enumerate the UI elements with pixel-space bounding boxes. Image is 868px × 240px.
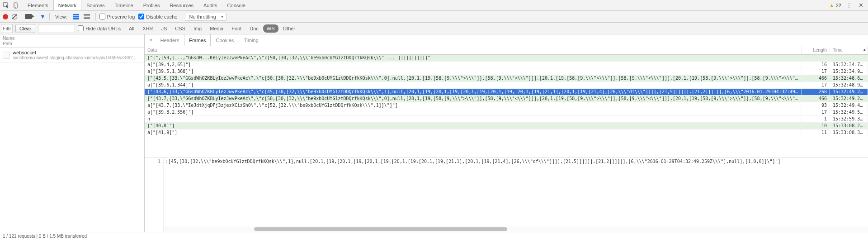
- capture-screenshots-icon[interactable]: [25, 14, 32, 19]
- frame-row[interactable]: ["[43,5,[33,\"GGsdWhOZKBLyIezJwvPkeAc\",…: [145, 75, 868, 82]
- device-icon[interactable]: [13, 2, 20, 9]
- frame-data: h: [145, 115, 802, 122]
- hide-data-urls-checkbox[interactable]: Hide data URLs: [78, 25, 121, 31]
- clear-filter-button[interactable]: Clear: [15, 24, 35, 33]
- frame-row[interactable]: ["[",[59,[...,"GGsdW...KBLyIezJwvPkeAc\"…: [145, 54, 868, 61]
- frame-length: [802, 54, 830, 61]
- frame-data: a["[43,7,[33,\"IeJdtXjqDFj3zjezXCizSh0\"…: [145, 102, 802, 109]
- frame-row[interactable]: a["[39,4,2,65]"]1615:32:34.739: [145, 61, 868, 68]
- filter-icon[interactable]: ▼: [40, 13, 46, 20]
- frame-time: 15:32:48.914: [830, 82, 868, 88]
- frame-length: 93: [802, 102, 830, 109]
- warnings-badge[interactable]: ▲22: [829, 2, 841, 9]
- type-filter-img[interactable]: Img: [190, 24, 205, 33]
- frame-detail-pane: 1 :[45,[30,[32,\\\"be9xb0cUYG1ztDDQrfkKQ…: [145, 158, 868, 232]
- frame-time: 15:32:49.268: [830, 88, 868, 95]
- frame-row[interactable]: ["[40,8]"]1015:33:08.207: [145, 122, 868, 129]
- frame-row[interactable]: ["[43,7,[33,\"GGsdWhOZKBLyIezJwvPkeAc\",…: [145, 95, 868, 102]
- frame-length: 268: [802, 88, 830, 95]
- tab-audits[interactable]: Audits: [198, 0, 222, 10]
- subtab-cookies[interactable]: Cookies: [211, 34, 239, 46]
- tab-resources[interactable]: Resources: [165, 0, 198, 10]
- status-bar: 1 / 121 requests | 0 B / 1.5 MB transfer…: [0, 232, 868, 240]
- type-filter-all[interactable]: All: [125, 24, 138, 33]
- view-small-icon[interactable]: [82, 13, 92, 20]
- frame-time: 15:32:34.976: [830, 68, 868, 75]
- frame-row[interactable]: ["[43,6,[33,\"GGsdWhOZKBLyIezJwvPkeAc\",…: [145, 88, 868, 95]
- detail-text: :[45,[30,[32,\\\"be9xb0cUYG1ztDDQrfkKQsk…: [164, 158, 868, 165]
- frame-time: 15:32:34.739: [830, 61, 868, 68]
- inspect-icon[interactable]: [3, 2, 10, 9]
- more-icon[interactable]: ⋮: [844, 2, 854, 9]
- throttling-select[interactable]: No throttling: [185, 13, 226, 21]
- subtab-frames[interactable]: Frames: [184, 34, 211, 46]
- tab-network[interactable]: Network: [53, 0, 81, 10]
- sidebar-header: Name Path: [0, 34, 144, 48]
- type-filter-css[interactable]: CSS: [171, 24, 189, 33]
- request-row[interactable]: websocketsynchrony.uswest.staging.atlass…: [0, 48, 144, 62]
- svg-rect-3: [73, 14, 79, 15]
- svg-rect-7: [84, 15, 90, 16]
- type-filter-ws[interactable]: WS: [263, 24, 278, 33]
- tab-console[interactable]: Console: [222, 0, 250, 10]
- type-filter-font[interactable]: Font: [228, 24, 245, 33]
- frame-row[interactable]: a["[43,7,[33,\"IeJdtXjqDFj3zjezXCizSh0\"…: [145, 102, 868, 109]
- type-filter-other[interactable]: Other: [279, 24, 299, 33]
- close-icon[interactable]: ✕: [857, 2, 865, 9]
- frame-data: a["[39,5,1,368]"]: [145, 68, 802, 75]
- frame-time: 15:32:59.311: [830, 115, 868, 122]
- filter-input-short[interactable]: [1, 24, 13, 33]
- view-label: View:: [53, 14, 67, 19]
- col-length[interactable]: Length: [802, 46, 830, 54]
- tab-elements[interactable]: Elements: [23, 0, 53, 10]
- frame-data: a["[39,8,2,556]"]: [145, 109, 802, 115]
- frame-length: 17: [802, 109, 830, 115]
- frame-time: 15:32:49.269: [830, 95, 868, 102]
- preserve-log-checkbox[interactable]: Preserve log: [99, 14, 135, 19]
- svg-point-2: [15, 7, 16, 8]
- tab-sources[interactable]: Sources: [81, 0, 109, 10]
- frame-row[interactable]: a["[39,5,1,368]"]1715:32:34.976: [145, 68, 868, 75]
- frame-data: ["[43,5,[33,\"GGsdWhOZKBLyIezJwvPkeAc\",…: [145, 75, 802, 82]
- frame-length: 17: [802, 68, 830, 75]
- frame-row[interactable]: a["[41,9]"]1115:33:08.369: [145, 129, 868, 136]
- tab-profiles[interactable]: Profiles: [138, 0, 165, 10]
- frame-row[interactable]: h115:32:59.311: [145, 115, 868, 122]
- svg-rect-6: [84, 14, 90, 15]
- close-panel-icon[interactable]: ×: [146, 34, 156, 46]
- type-filter-media[interactable]: Media: [206, 24, 227, 33]
- type-filter-doc[interactable]: Doc: [246, 24, 262, 33]
- clear-button[interactable]: [12, 14, 17, 19]
- col-time[interactable]: Time: [830, 46, 868, 54]
- frame-time: [830, 54, 868, 61]
- request-path: synchrony.uswest.staging.atlassian.io/so…: [13, 55, 137, 60]
- frame-data: a["[39,6,1,344]"]: [145, 82, 802, 88]
- record-button[interactable]: [3, 14, 8, 19]
- horizontal-scrollbar[interactable]: [164, 226, 868, 232]
- frame-time: 15:32:48.654: [830, 75, 868, 82]
- frame-length: 11: [802, 129, 830, 136]
- type-filter-js[interactable]: JS: [157, 24, 170, 33]
- tab-timeline[interactable]: Timeline: [110, 0, 138, 10]
- frame-time: 15:32:49.458: [830, 102, 868, 109]
- frame-length: 466: [802, 95, 830, 102]
- filter-input[interactable]: [38, 24, 75, 33]
- view-large-icon[interactable]: [71, 13, 81, 20]
- frame-row[interactable]: a["[39,6,1,344]"]1715:32:48.914: [145, 82, 868, 88]
- frame-length: 1: [802, 115, 830, 122]
- frame-data: ["[40,8]"]: [145, 122, 802, 129]
- svg-rect-9: [84, 18, 90, 19]
- subtab-timing[interactable]: Timing: [239, 34, 264, 46]
- frame-data: a["[39,4,2,65]"]: [145, 61, 802, 68]
- svg-rect-4: [73, 16, 79, 17]
- frame-length: 17: [802, 82, 830, 88]
- detail-line-number: 1: [145, 158, 164, 232]
- frame-row[interactable]: a["[39,8,2,556]"]1715:32:49.531: [145, 109, 868, 115]
- type-filter-xhr[interactable]: XHR: [139, 24, 156, 33]
- disable-cache-checkbox[interactable]: Disable cache: [138, 14, 177, 19]
- subtab-headers[interactable]: Headers: [156, 34, 184, 46]
- col-data[interactable]: Data: [145, 46, 802, 54]
- svg-rect-8: [84, 17, 90, 18]
- frame-time: 15:33:08.207: [830, 122, 868, 129]
- frame-length: 10: [802, 122, 830, 129]
